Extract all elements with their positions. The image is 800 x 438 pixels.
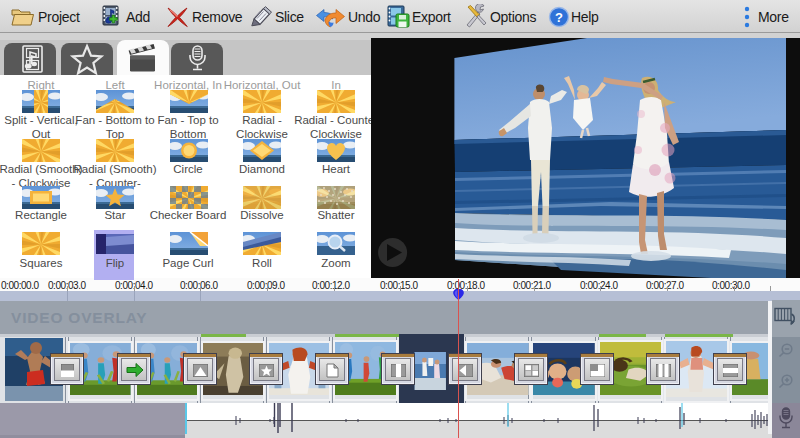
svg-text:?: ?: [555, 10, 563, 25]
